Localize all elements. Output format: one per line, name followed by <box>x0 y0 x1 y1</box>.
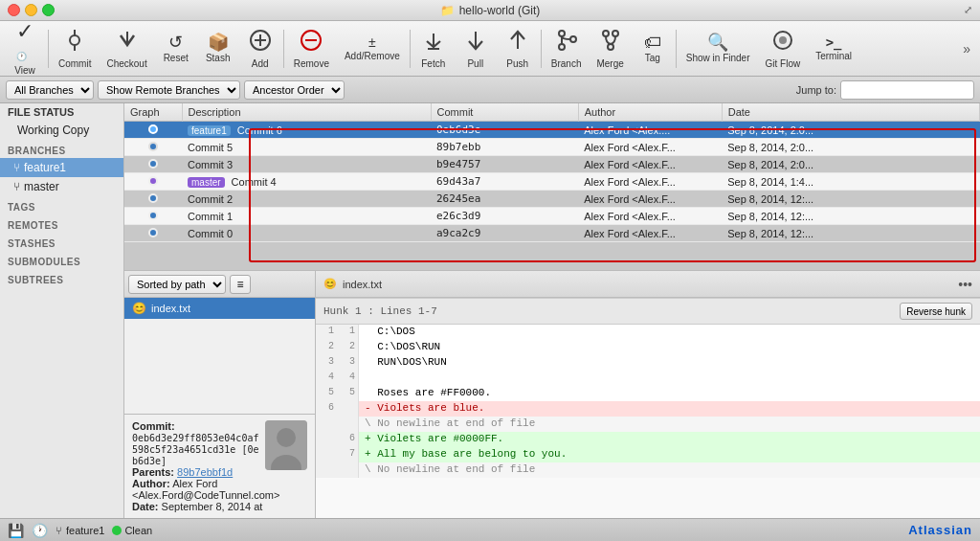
toolbar-item-view[interactable]: ✓🕐 View <box>4 25 46 73</box>
tag-icon: 🏷 <box>644 34 661 51</box>
commit-label: Commit <box>58 58 91 69</box>
graph-cell-4 <box>124 191 182 208</box>
svg-point-0 <box>70 35 79 45</box>
expand-button[interactable]: ⤢ <box>964 4 972 16</box>
line-nums-3: 3 3 <box>316 355 359 371</box>
sidebar-item-master[interactable]: ⑂ master <box>0 177 123 196</box>
date-cell-1: Sep 8, 2014, 2:0... <box>722 139 979 156</box>
master-badge: master <box>188 177 225 188</box>
line-num-new-2: 2 <box>337 340 358 355</box>
toolbar-item-merge[interactable]: Merge <box>589 25 631 73</box>
hash-cell-6: a9ca2c9 <box>431 225 578 242</box>
remove-icon <box>299 28 323 56</box>
col-graph: Graph <box>124 103 182 122</box>
table-row[interactable]: Commit 1 e26c3d9 Alex Ford <Alex.F... Se… <box>124 208 980 225</box>
line-content-2: C:\DOS\RUN <box>359 340 980 355</box>
fetch-label: Fetch <box>421 58 445 69</box>
toolbar-item-git-flow[interactable]: Git Flow <box>758 25 809 73</box>
hunk-label: Hunk 1 : Lines 1-7 <box>323 305 437 317</box>
diff-more-button[interactable]: ••• <box>958 277 972 292</box>
sidebar-item-feature1[interactable]: ⑂ feature1 <box>0 158 123 177</box>
folder-icon: 📁 <box>440 4 455 17</box>
toolbar-item-remove[interactable]: Remove <box>286 25 337 73</box>
sort-select[interactable]: Sorted by path <box>128 275 226 294</box>
toolbar-overflow[interactable]: » <box>957 37 976 60</box>
table-row[interactable]: Commit 3 b9e4757 Alex Ford <Alex.F... Se… <box>124 156 980 173</box>
titlebar: 📁 hello-world (Git) ⤢ <box>0 0 980 21</box>
line-num-old-nn1 <box>316 417 337 432</box>
line-num-old-5: 5 <box>316 386 337 401</box>
table-row[interactable]: Commit 5 89b7ebb Alex Ford <Alex.F... Se… <box>124 139 980 156</box>
toolbar-item-add[interactable]: Add <box>239 25 281 73</box>
list-view-btn[interactable]: ≡ <box>230 275 251 294</box>
working-copy-label: Working Copy <box>17 124 89 137</box>
sidebar-file-status[interactable]: FILE STATUS <box>0 103 123 121</box>
toolbar-separator-5 <box>676 30 677 68</box>
close-button[interactable] <box>8 4 20 16</box>
author-cell-2: Alex Ford <Alex.F... <box>578 156 722 173</box>
date-cell-0: Sep 8, 2014, 2:0... <box>722 122 979 139</box>
toolbar-item-addremove[interactable]: ± Add/Remove <box>337 25 408 73</box>
toolbar-item-tag[interactable]: 🏷 Tag <box>632 25 674 73</box>
tag-label: Tag <box>645 53 660 63</box>
order-select[interactable]: Ancestor OrderDate OrderAuthor Order <box>244 80 345 100</box>
add-icon <box>248 28 273 56</box>
toolbar-item-branch[interactable]: Branch <box>544 25 590 73</box>
reverse-hunk-button[interactable]: Reverse hunk <box>900 303 972 320</box>
diff-filename: index.txt <box>343 279 382 290</box>
author-cell-3: Alex Ford <Alex.F... <box>578 173 722 191</box>
toolbar-item-commit[interactable]: Commit <box>51 25 99 73</box>
table-row[interactable]: Commit 0 a9ca2c9 Alex Ford <Alex.F... Se… <box>124 225 980 242</box>
push-label: Push <box>506 58 528 69</box>
jump-to-label: Jump to: <box>796 84 836 96</box>
maximize-button[interactable] <box>42 4 55 16</box>
addremove-icon: ± <box>368 35 376 49</box>
line-num-new-5: 5 <box>337 386 358 401</box>
line-num-new-nn1 <box>337 417 358 432</box>
svg-point-18 <box>612 31 618 36</box>
remote-branches-select[interactable]: Show Remote Branches <box>98 80 240 100</box>
line-nums-6r: 6 <box>316 401 359 417</box>
show-in-finder-icon: 🔍 <box>707 34 728 51</box>
toolbar-item-pull[interactable]: Pull <box>455 25 497 73</box>
branch-icon <box>554 28 579 56</box>
toolbar-item-push[interactable]: Push <box>497 25 539 73</box>
minimize-button[interactable] <box>25 4 37 16</box>
toolbar-item-terminal[interactable]: >_ Terminal <box>808 25 859 73</box>
description-cell-3: master Commit 4 <box>182 173 431 191</box>
table-row[interactable]: master Commit 4 69d43a7 Alex Ford <Alex.… <box>124 173 980 191</box>
status-clean: Clean <box>112 525 152 536</box>
jump-to-input[interactable] <box>840 80 974 100</box>
commit-icon <box>62 28 87 56</box>
parent-hash-link[interactable]: 89b7ebbf1d <box>177 466 233 478</box>
toolbar-item-show-in-finder[interactable]: 🔍 Show in Finder <box>679 25 758 73</box>
submodules-section-header: SUBMODULES <box>0 251 123 269</box>
diff-line-3: 3 3 RUN\DOS\RUN <box>316 355 980 371</box>
file-item-index-txt[interactable]: 😊 index.txt <box>124 298 315 319</box>
toolbar-item-fetch[interactable]: Fetch <box>412 25 455 73</box>
table-row[interactable]: feature1 Commit 6 0eb6d3e Alex Ford <Ale… <box>124 122 980 139</box>
toolbar-item-stash[interactable]: 📦 Stash <box>197 25 239 73</box>
line-content-1: C:\DOS <box>359 325 980 340</box>
toolbar-item-reset[interactable]: ↺ Reset <box>155 25 197 73</box>
hunk-header: Hunk 1 : Lines 1-7 Reverse hunk <box>316 298 980 325</box>
date-cell-6: Sep 8, 2014, 12:... <box>722 225 979 242</box>
content-area: Graph Description Commit Author Date <box>124 103 980 518</box>
add-label: Add <box>252 58 269 69</box>
sidebar-working-copy[interactable]: Working Copy <box>0 121 123 140</box>
diff-content[interactable]: Hunk 1 : Lines 1-7 Reverse hunk 1 1 C:\D… <box>316 298 980 518</box>
branch-filter-select[interactable]: All Branchesfeature1master <box>6 80 94 100</box>
status-bar: 💾 🕐 ⑂ feature1 Clean Atlassian <box>0 518 980 541</box>
date-cell-3: Sep 8, 2014, 1:4... <box>722 173 979 191</box>
jump-to-area: Jump to: <box>796 80 974 100</box>
svg-point-13 <box>559 31 565 36</box>
clean-label: Clean <box>124 525 152 536</box>
line-num-new-7a: 7 <box>337 447 358 462</box>
line-num-new-6a: 6 <box>337 432 358 447</box>
toolbar-item-checkout[interactable]: Checkout <box>99 25 154 73</box>
line-num-old-6a <box>316 432 337 447</box>
view-label: View <box>14 65 35 76</box>
description-cell-6: Commit 0 <box>182 225 431 242</box>
table-row[interactable]: Commit 2 26245ea Alex Ford <Alex.F... Se… <box>124 191 980 208</box>
branch-icon-status: ⑂ <box>56 525 62 536</box>
